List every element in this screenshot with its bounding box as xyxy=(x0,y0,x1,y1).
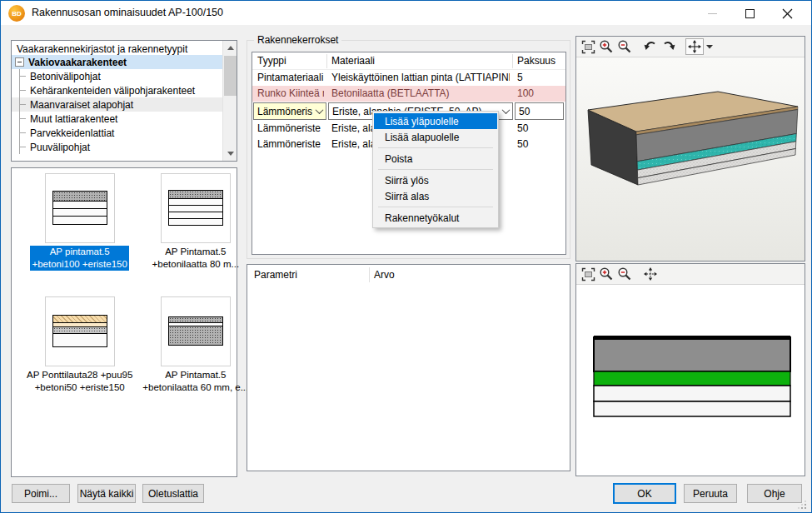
menu-item-move-up[interactable]: Siirrä ylös xyxy=(374,172,497,188)
layer-context-menu: Lisää yläpuolelle Lisää alapuolelle Pois… xyxy=(372,111,499,228)
preview-3d-panel xyxy=(575,36,805,261)
column-header-paksuus: Paksuus xyxy=(517,55,555,67)
scroll-down-icon[interactable] xyxy=(223,147,237,161)
app-icon: BD xyxy=(8,5,25,22)
rotate-right-icon[interactable] xyxy=(660,38,678,55)
close-button[interactable] xyxy=(769,1,806,26)
slab-cross-section xyxy=(576,285,805,476)
fit-view-icon[interactable] xyxy=(579,38,597,55)
chevron-down-icon[interactable] xyxy=(312,108,326,114)
collapse-icon[interactable] xyxy=(15,57,24,67)
dialog-window: BD Rakennusosan ominaisuudet AP-100/150 … xyxy=(0,0,812,513)
fit-view-icon[interactable] xyxy=(579,266,597,282)
scroll-up-icon[interactable] xyxy=(223,41,237,55)
thickness-input[interactable] xyxy=(515,102,564,120)
dropdown-caret-icon[interactable] xyxy=(704,38,715,55)
table-header: Tyyppi Materiaali Paksuus xyxy=(252,52,565,70)
menu-item-delete[interactable]: Poista xyxy=(374,151,497,167)
maximize-icon xyxy=(745,9,755,18)
tree-item-betonivalipohjat[interactable]: Betonivälipohjat xyxy=(12,69,222,83)
resize-grip[interactable] xyxy=(798,501,806,509)
library-tree-panel: Vaakarakennekirjastot ja rakennetyypit V… xyxy=(11,40,237,162)
tree-connector-icon xyxy=(17,83,28,97)
zoom-out-icon[interactable] xyxy=(615,266,634,282)
pan-mode-icon[interactable] xyxy=(685,38,704,55)
thumbnail-label: AP Ponttilauta28 +puu95 +betoni50 +erist… xyxy=(27,369,132,394)
column-header-materiaali: Materiaali xyxy=(331,55,375,67)
structure-preview-image xyxy=(45,296,115,366)
parameters-panel: Parametri Arvo xyxy=(247,264,570,471)
tree-item-maanvaraiset-alapohjat[interactable]: Maanvaraiset alapohjat xyxy=(12,97,222,112)
menu-item-add-below[interactable]: Lisää alapuolelle xyxy=(374,129,497,145)
pan-icon[interactable] xyxy=(641,266,660,282)
minimize-icon xyxy=(708,13,717,14)
zoom-in-icon[interactable] xyxy=(597,38,615,55)
column-header-tyyppi: Tyyppi xyxy=(257,55,286,67)
structure-preview-image xyxy=(161,173,231,243)
tree-connector-icon xyxy=(17,140,28,154)
preview-2d-panel xyxy=(575,263,805,476)
toolbar-2d xyxy=(576,264,805,285)
layer-type-combobox[interactable]: Lämmöneriste xyxy=(253,102,326,120)
tree-scrollbar[interactable] xyxy=(222,41,237,161)
tree-item-parvekkeidenlattiat[interactable]: Parvekkeidenlattiat xyxy=(12,126,222,140)
slab-3d-illustration xyxy=(576,57,805,261)
scrollbar-thumb[interactable] xyxy=(224,56,237,96)
thumbnail-item[interactable]: AP pintamat.5 +betoni100 +eriste150 xyxy=(27,173,132,288)
column-header-parametri: Parametri xyxy=(254,269,297,281)
tree-item-keharankenteiden[interactable]: Kehärankenteiden välipohjarakenteet xyxy=(12,83,222,97)
menu-separator xyxy=(378,147,493,148)
rotate-left-icon[interactable] xyxy=(641,38,660,55)
chevron-down-icon[interactable] xyxy=(499,108,512,114)
titlebar: BD Rakennusosan ominaisuudet AP-100/150 xyxy=(1,1,811,26)
zoom-in-icon[interactable] xyxy=(597,266,615,282)
menu-item-structure-tools[interactable]: Rakennetyökalut xyxy=(374,210,497,226)
zoom-out-icon[interactable] xyxy=(615,38,634,55)
cancel-button[interactable]: Peruuta xyxy=(684,484,737,503)
show-all-button[interactable]: Näytä kaikki xyxy=(77,484,136,503)
viewport-2d[interactable] xyxy=(576,285,805,476)
pick-button[interactable]: Poimi... xyxy=(12,484,70,503)
tree-caption: Vaakarakennekirjastot ja rakennetyypit xyxy=(12,41,222,55)
viewport-3d[interactable] xyxy=(576,57,805,261)
menu-separator xyxy=(378,207,493,207)
thumbnail-label: AP pintamat.5 +betoni100 +eriste150 xyxy=(30,246,128,271)
structure-thumbnail-panel: AP pintamat.5 +betoni100 +eriste150 AP P… xyxy=(11,167,237,477)
menu-item-move-down[interactable]: Siirrä alas xyxy=(374,188,497,204)
structure-preview-image xyxy=(161,296,231,366)
maximize-button[interactable] xyxy=(731,1,769,26)
structure-preview-image xyxy=(45,173,115,243)
thumbnail-label: AP Pintamat.5 +betonilaatta 60 mm, e... xyxy=(142,369,248,394)
tree-connector-icon xyxy=(17,97,28,112)
menu-item-add-above[interactable]: Lisää yläpuolelle xyxy=(374,113,497,129)
help-button[interactable]: Ohje xyxy=(747,484,802,503)
close-icon xyxy=(782,8,793,19)
thumbnail-item[interactable]: AP Pintamat.5 +betonilaatta 80 m... xyxy=(142,173,248,288)
tree-item-puuvalipohjat[interactable]: Puuvälipohjat xyxy=(12,140,222,154)
tree-connector-icon xyxy=(17,112,28,126)
thumbnail-item[interactable]: AP Pintamat.5 +betonilaatta 60 mm, e... xyxy=(142,296,248,411)
tree-connector-icon xyxy=(17,126,28,140)
tree-connector-icon xyxy=(17,69,28,83)
window-title: Rakennusosan ominaisuudet AP-100/150 xyxy=(32,7,223,18)
menu-separator xyxy=(378,169,493,170)
default-floor-button[interactable]: Oletuslattia xyxy=(142,484,204,503)
table-row[interactable]: Runko Kiinteä r... Betonilaatta (BETLAAT… xyxy=(252,86,565,102)
groupbox-title: Rakennekerrokset xyxy=(254,34,341,46)
ok-button[interactable]: OK xyxy=(613,483,676,504)
thumbnail-label: AP Pintamat.5 +betonilaatta 80 m... xyxy=(152,246,240,271)
thumbnail-item[interactable]: AP Ponttilauta28 +puu95 +betoni50 +erist… xyxy=(27,296,132,411)
minimize-button[interactable] xyxy=(694,1,731,26)
tree-item-muut-lattiarakenteet[interactable]: Muut lattiarakenteet xyxy=(12,112,222,126)
tree-item-vakiovaakarakenteet[interactable]: Vakiovaakarakenteet xyxy=(12,55,222,69)
table-row[interactable]: Pintamateriaali Yleiskäyttöinen lattian … xyxy=(252,70,565,86)
column-header-arvo: Arvo xyxy=(374,269,395,281)
toolbar-3d xyxy=(576,37,805,57)
